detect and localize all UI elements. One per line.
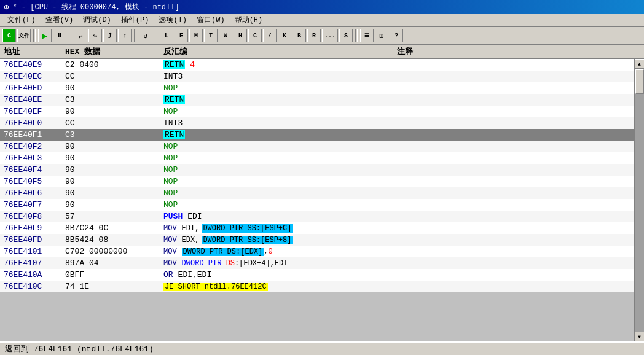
row-disasm: RETN [160, 95, 393, 104]
row-disasm: INT3 [160, 119, 393, 128]
row-disasm: RETN [160, 130, 393, 139]
tb-step-out[interactable]: ⤴ [103, 29, 117, 42]
row-addr: 76EE40EC [0, 72, 61, 81]
table-row[interactable]: 76EE40F9 8B7C24 0C MOV EDI,DWORD PTR SS:… [0, 222, 634, 234]
row-addr: 76EE40F0 [0, 119, 61, 128]
menu-debug[interactable]: 调试(D) [78, 14, 116, 26]
row-addr: 76EE410A [0, 270, 61, 279]
tb-W[interactable]: W [219, 29, 232, 42]
table-row[interactable]: 76EE40EF 90 NOP [0, 106, 634, 117]
row-hex: 0BFF [61, 270, 160, 279]
row-hex: 57 [61, 212, 160, 221]
tb-S[interactable]: S [339, 29, 353, 42]
row-disasm: NOP [160, 142, 393, 151]
scroll-down[interactable]: ▼ [635, 332, 645, 341]
row-disasm: JE SHORT ntdll.76EE412C [160, 283, 393, 291]
row-addr: 76EE40EE [0, 95, 61, 104]
row-hex: 90 [61, 154, 160, 163]
menu-help[interactable]: 帮助(H) [230, 14, 268, 26]
table-row[interactable]: 76EE40F4 90 NOP [0, 164, 634, 176]
tb-step-into[interactable]: ↵ [74, 29, 87, 42]
row-hex: C3 [61, 95, 160, 104]
row-hex: 90 [61, 177, 160, 186]
row-addr: 76EE410C [0, 282, 61, 291]
row-disasm: NOP [160, 189, 393, 198]
tb-step-over[interactable]: ↪ [88, 29, 102, 42]
table-row[interactable]: 76EE40F3 90 NOP [0, 152, 634, 164]
tb-T[interactable]: T [204, 29, 218, 42]
tb-execute-till[interactable]: ↑ [118, 29, 132, 42]
table-row[interactable]: 76EE40EE C3 RETN [0, 94, 634, 106]
table-row[interactable]: 76EE410A 0BFF OREDI,EDI [0, 269, 634, 281]
row-hex: CC [61, 119, 160, 128]
tb-dots[interactable]: ... [322, 29, 338, 42]
tb-grid[interactable]: ⊞ [375, 29, 388, 42]
table-row[interactable]: 76EE40F8 57 PUSHEDI [0, 211, 634, 222]
row-disasm: PUSHEDI [160, 212, 393, 221]
row-addr: 76EE4101 [0, 247, 61, 256]
row-addr: 76EE40FD [0, 235, 61, 244]
tb-help[interactable]: ? [390, 29, 403, 42]
row-addr: 76EE40ED [0, 84, 61, 93]
scroll-track[interactable] [635, 69, 645, 332]
table-row[interactable]: 76EE40F0 CC INT3 [0, 117, 634, 129]
tb-run[interactable]: ▶ [38, 29, 52, 42]
tb-M[interactable]: M [189, 29, 203, 42]
row-hex: 90 [61, 200, 160, 209]
tb-C[interactable]: C [248, 29, 262, 42]
row-addr: 76EE40F4 [0, 165, 61, 174]
table-row[interactable]: 76EE410C 74 1E JE SHORT ntdll.76EE412C [0, 281, 634, 292]
row-addr: 76EE40F9 [0, 224, 61, 233]
row-disasm: NOP [160, 165, 393, 174]
table-row[interactable]: 76EE40F5 90 NOP [0, 176, 634, 187]
table-row[interactable]: 76EE40F6 90 NOP [0, 187, 634, 199]
tb-E[interactable]: E [175, 29, 188, 42]
row-addr: 76EE40F2 [0, 142, 61, 151]
table-row[interactable]: 76EE40FD 8B5424 08 MOV EDX,DWORD PTR SS:… [0, 234, 634, 246]
row-disasm: NOP [160, 107, 393, 116]
disasm-container[interactable]: 76EE40E9 C2 0400 RETN4 76EE40EC CC INT3 … [0, 59, 644, 341]
menu-window[interactable]: 窗口(W) [192, 14, 230, 26]
row-hex: 8B5424 08 [61, 235, 160, 244]
scrollbar[interactable]: ▲ ▼ [634, 59, 644, 341]
table-row[interactable]: 76EE40ED 90 NOP [0, 82, 634, 94]
table-row[interactable]: 76EE40F2 90 NOP [0, 141, 634, 152]
row-addr: 76EE40F8 [0, 212, 61, 221]
row-addr: 76EE40E9 [0, 60, 61, 69]
scroll-up[interactable]: ▲ [635, 59, 645, 69]
table-row[interactable]: 76EE40E9 C2 0400 RETN4 [0, 59, 634, 71]
table-row[interactable]: 76EE40F7 90 NOP [0, 199, 634, 211]
scroll-thumb[interactable] [635, 69, 644, 94]
table-row[interactable]: 76EE40F1 C3 RETN [0, 129, 634, 141]
row-disasm: NOP [160, 177, 393, 186]
tb-R[interactable]: R [307, 29, 321, 42]
tb-K[interactable]: K [278, 29, 291, 42]
tb-slash[interactable]: / [263, 29, 277, 42]
table-row[interactable]: 76EE4107 897A 04 MOV DWORD PTR DS:[EDX+4… [0, 257, 634, 269]
tb-H[interactable]: H [234, 29, 247, 42]
row-disasm: MOV EDX,DWORD PTR SS:[ESP+8] [160, 236, 393, 244]
tb-restart[interactable]: ↺ [139, 29, 152, 42]
row-hex: 90 [61, 165, 160, 174]
row-hex: 90 [61, 107, 160, 116]
col-header-comment: 注释 [393, 46, 634, 57]
menu-options[interactable]: 选项(T) [154, 14, 192, 26]
menu-file[interactable]: 文件(F) [2, 14, 41, 26]
tb-L[interactable]: L [160, 29, 173, 42]
tb-file[interactable]: 文件 [17, 29, 31, 42]
tb-pause[interactable]: ⏸ [53, 29, 66, 42]
row-disasm: RETN4 [160, 60, 393, 69]
menu-plugin[interactable]: 插件(P) [116, 14, 154, 26]
tb-open[interactable]: C [2, 29, 16, 42]
tb-list[interactable]: ≡ [360, 29, 374, 42]
row-hex: 8B7C24 0C [61, 224, 160, 233]
tb-sep3 [134, 29, 136, 42]
table-row[interactable]: 76EE4101 C702 00000000 MOV DWORD PTR DS:… [0, 246, 634, 257]
menu-view[interactable]: 查看(V) [41, 14, 79, 26]
title-bar: ⊕ * - [CPU - 线程 00000074, 模块 - ntdll] [0, 0, 644, 14]
col-header-addr: 地址 [0, 46, 61, 57]
row-disasm: MOV DWORD PTR DS:[EDX],0 [160, 248, 393, 256]
tb-B[interactable]: B [293, 29, 306, 42]
table-row[interactable]: 76EE40EC CC INT3 [0, 71, 634, 82]
menu-bar: 文件(F) 查看(V) 调试(D) 插件(P) 选项(T) 窗口(W) 帮助(H… [0, 14, 644, 27]
